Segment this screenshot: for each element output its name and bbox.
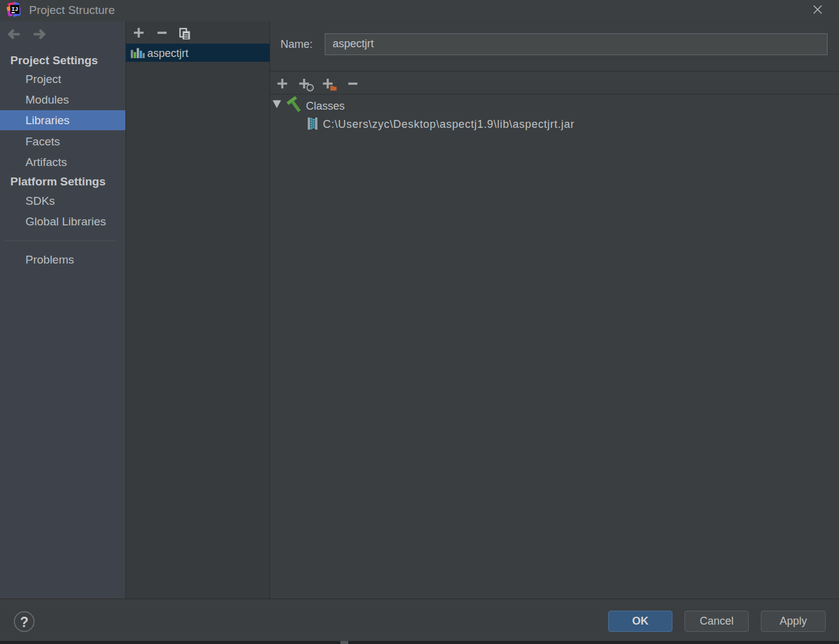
svg-text:?: ? (20, 614, 28, 630)
svg-text:IJ: IJ (12, 7, 18, 13)
